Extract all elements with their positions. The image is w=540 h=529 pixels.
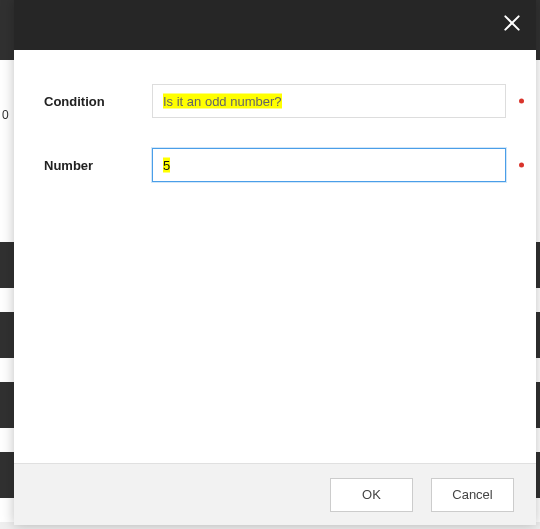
condition-row: Condition Is it an odd number? [44, 84, 506, 118]
condition-input[interactable] [152, 84, 506, 118]
required-indicator-icon [519, 163, 524, 168]
dialog-header [14, 0, 536, 50]
dialog-footer: OK Cancel [14, 463, 536, 525]
number-input[interactable] [152, 148, 506, 182]
condition-label: Condition [44, 94, 152, 109]
ok-button[interactable]: OK [330, 478, 413, 512]
close-icon [502, 13, 522, 37]
close-button[interactable] [498, 11, 526, 39]
dialog: Condition Is it an odd number? Number 5 … [14, 0, 536, 525]
dialog-body: Condition Is it an odd number? Number 5 [14, 50, 536, 463]
number-label: Number [44, 158, 152, 173]
required-indicator-icon [519, 99, 524, 104]
cancel-button[interactable]: Cancel [431, 478, 514, 512]
number-row: Number 5 [44, 148, 506, 182]
